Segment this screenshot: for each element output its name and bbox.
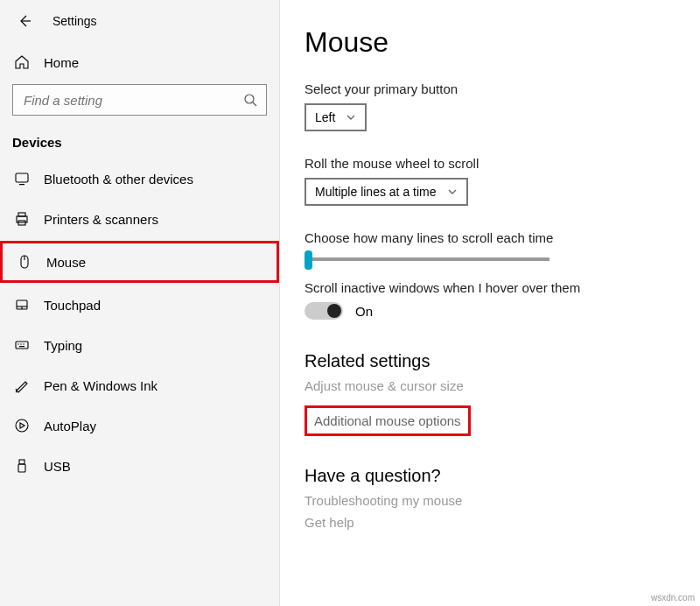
home-icon [12, 54, 32, 70]
svg-point-14 [23, 343, 24, 344]
toggle-state-label: On [355, 304, 373, 319]
sidebar-item-label: Printers & scanners [44, 212, 158, 227]
svg-rect-4 [18, 213, 25, 216]
main-content: Mouse Select your primary button Left Ro… [280, 0, 700, 606]
lines-label: Choose how many lines to scroll each tim… [304, 230, 676, 245]
touchpad-icon [12, 297, 32, 313]
svg-point-16 [16, 419, 28, 432]
sidebar-item-pen[interactable]: Pen & Windows Ink [0, 367, 279, 404]
svg-point-13 [20, 343, 21, 344]
keyboard-icon [12, 337, 32, 353]
pen-icon [12, 377, 32, 393]
sidebar-item-touchpad[interactable]: Touchpad [0, 286, 279, 323]
primary-button-dropdown[interactable]: Left [304, 103, 367, 131]
sidebar-item-label: Pen & Windows Ink [44, 378, 158, 393]
usb-icon [12, 458, 32, 474]
sidebar-item-bluetooth[interactable]: Bluetooth & other devices [0, 160, 279, 197]
primary-button-label: Select your primary button [304, 81, 676, 96]
home-link[interactable]: Home [0, 46, 279, 79]
search-box[interactable] [12, 84, 267, 116]
sidebar-item-printers[interactable]: Printers & scanners [0, 201, 279, 237]
sidebar: Settings Home Devices Bluetooth & other … [0, 0, 280, 606]
svg-point-12 [18, 343, 18, 344]
scroll-mode-label: Roll the mouse wheel to scroll [304, 156, 676, 171]
scroll-mode-dropdown[interactable]: Multiple lines at a time [304, 178, 468, 206]
inactive-scroll-row: On [304, 302, 676, 320]
question-section: Have a question? Troubleshooting my mous… [304, 466, 676, 530]
sidebar-item-label: Typing [44, 338, 82, 353]
svg-rect-15 [19, 346, 24, 347]
watermark: wsxdn.com [651, 593, 695, 602]
sidebar-item-label: AutoPlay [44, 419, 96, 433]
sidebar-item-typing[interactable]: Typing [0, 327, 279, 363]
sidebar-item-label: Bluetooth & other devices [44, 172, 193, 187]
svg-rect-11 [16, 342, 28, 349]
back-arrow-icon [17, 13, 32, 29]
adjust-cursor-link[interactable]: Adjust mouse & cursor size [304, 378, 676, 393]
sidebar-item-label: USB [44, 459, 71, 474]
additional-mouse-options-link[interactable]: Additional mouse options [304, 405, 471, 436]
page-title: Mouse [304, 26, 676, 59]
inactive-scroll-toggle[interactable] [304, 302, 343, 320]
chevron-down-icon [447, 187, 458, 197]
toggle-knob [327, 304, 341, 318]
svg-point-0 [245, 95, 254, 103]
svg-rect-18 [18, 464, 25, 472]
search-input[interactable] [22, 92, 243, 109]
sidebar-item-usb[interactable]: USB [0, 447, 279, 484]
category-header: Devices [0, 130, 279, 160]
home-label: Home [44, 55, 79, 70]
header: Settings [0, 0, 279, 37]
question-header: Have a question? [304, 466, 676, 486]
slider-thumb[interactable] [304, 250, 312, 270]
chevron-down-icon [346, 112, 356, 123]
get-help-link[interactable]: Get help [304, 515, 676, 530]
dropdown-value: Left [315, 110, 335, 124]
sidebar-item-mouse[interactable]: Mouse [0, 241, 279, 283]
inactive-scroll-label: Scroll inactive windows when I hover ove… [304, 280, 676, 295]
troubleshoot-link[interactable]: Troubleshooting my mouse [304, 493, 676, 508]
search-icon [243, 93, 257, 107]
svg-rect-17 [19, 460, 24, 464]
sidebar-item-label: Touchpad [44, 298, 101, 313]
dropdown-value: Multiple lines at a time [315, 185, 437, 199]
bluetooth-icon [12, 171, 32, 187]
related-settings-header: Related settings [304, 351, 676, 371]
autoplay-icon [12, 418, 32, 433]
back-button[interactable] [12, 9, 37, 33]
printer-icon [12, 211, 32, 227]
sidebar-item-autoplay[interactable]: AutoPlay [0, 407, 279, 444]
sidebar-item-label: Mouse [46, 255, 86, 270]
app-title: Settings [52, 14, 97, 28]
svg-rect-1 [16, 173, 28, 182]
lines-slider[interactable] [304, 257, 550, 261]
mouse-icon [15, 254, 34, 270]
svg-rect-2 [19, 184, 24, 185]
